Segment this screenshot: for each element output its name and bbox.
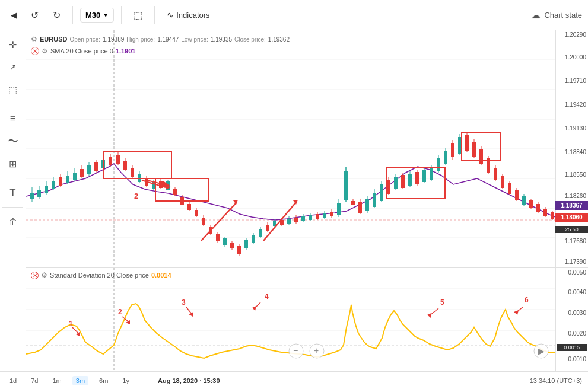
rect-tool[interactable]: ⬚ (4, 80, 23, 99)
bottom-bar: 1d 7d 1m 3m 6m 1y Aug 18, 2020 · 15:30 1… (0, 371, 588, 389)
sub-close-icon[interactable]: ✕ (31, 272, 39, 279)
svg-text:4: 4 (265, 292, 269, 301)
sub-gear-icon[interactable]: ⚙ (41, 271, 47, 279)
svg-text:2: 2 (118, 308, 122, 316)
svg-rect-82 (287, 219, 291, 224)
sma-gear-icon[interactable]: ⚙ (42, 47, 48, 55)
indicators-button[interactable]: ∿ Indicators (162, 8, 214, 22)
back-icon: ◀ (11, 11, 17, 20)
svg-rect-120 (422, 170, 426, 182)
line-tool[interactable]: ≡ (4, 109, 23, 128)
svg-rect-16 (52, 181, 55, 189)
svg-rect-154 (543, 209, 547, 216)
svg-rect-144 (508, 183, 511, 194)
svg-rect-146 (515, 190, 519, 200)
sub-chart-svg: 1 2 3 4 5 6 − + ▶ (26, 268, 555, 371)
period-7d[interactable]: 7d (27, 376, 42, 385)
price-1.20000: 1.20000 (555, 54, 588, 60)
svg-rect-12 (37, 190, 41, 197)
main-price-axis: 1.20290 1.20000 1.19710 1.19420 1.19130 … (555, 30, 588, 267)
close-value: 1.19362 (268, 36, 290, 43)
main-chart-svg (26, 30, 555, 267)
svg-marker-190 (514, 310, 519, 315)
price-tag-red: 1.18060 (555, 213, 588, 222)
period-1m[interactable]: 1m (49, 376, 65, 385)
sub-price-0.0050: 0.0050 (555, 269, 588, 276)
svg-rect-22 (73, 173, 77, 180)
svg-rect-58 (202, 218, 205, 225)
chart-type-icon: ⬚ (134, 9, 142, 21)
close-label: Close price: (234, 36, 266, 43)
grid-tool[interactable]: ⊞ (4, 154, 23, 173)
svg-rect-142 (501, 176, 504, 188)
svg-rect-118 (415, 172, 419, 184)
chevron-down-icon: ▼ (103, 12, 109, 18)
sub-indicator-label: ✕ ⚙ Standard Deviation 20 Close price 0.… (31, 271, 171, 279)
svg-rect-104 (365, 199, 369, 211)
arrow-tool[interactable]: ↗ (4, 58, 23, 76)
price-1.19420: 1.19420 (555, 101, 588, 108)
sidebar-divider3 (2, 207, 23, 208)
sub-price-0.0030: 0.0030 (555, 310, 588, 316)
crosshair-tool[interactable]: ✛ (4, 35, 23, 54)
sidebar-divider2 (2, 178, 23, 178)
svg-rect-114 (401, 175, 405, 188)
svg-rect-98 (344, 171, 348, 200)
svg-rect-112 (394, 177, 398, 189)
close-icon[interactable]: ✕ (31, 47, 39, 55)
svg-rect-106 (373, 193, 376, 207)
svg-rect-84 (294, 218, 298, 222)
forward-button[interactable]: ↻ (48, 7, 65, 23)
sub-current-price: 0.0015 (557, 344, 587, 351)
date-label: Aug 18, 2020 · 15:30 (158, 377, 220, 384)
text-tool[interactable]: T (4, 183, 23, 202)
svg-text:+: + (314, 346, 319, 355)
sidebar-divider1 (2, 104, 23, 104)
svg-marker-184 (252, 306, 256, 311)
svg-text:−: − (293, 346, 298, 355)
svg-rect-122 (430, 168, 433, 180)
period-3m[interactable]: 3m (72, 376, 88, 385)
wave-tool[interactable]: 〜 (4, 132, 23, 151)
svg-rect-124 (437, 158, 440, 171)
low-value: 1.19335 (211, 36, 232, 43)
svg-rect-54 (187, 204, 191, 210)
refresh-button[interactable]: ↺ (26, 7, 43, 23)
sma-value: 1.1901 (116, 47, 136, 55)
price-1.19130: 1.19130 (555, 125, 588, 132)
svg-rect-136 (479, 149, 483, 164)
back-button[interactable]: ◀ (6, 8, 21, 22)
gear-icon[interactable]: ⚙ (31, 35, 37, 43)
period-1d[interactable]: 1d (6, 376, 20, 385)
low-label: Low price: (181, 36, 208, 43)
svg-rect-50 (173, 189, 177, 195)
svg-rect-26 (87, 165, 91, 174)
svg-rect-74 (259, 229, 262, 237)
svg-rect-86 (301, 216, 305, 221)
svg-rect-102 (358, 202, 362, 213)
delete-tool[interactable]: 🗑 (4, 212, 23, 231)
svg-rect-34 (116, 155, 120, 164)
high-value: 1.19447 (157, 36, 179, 43)
svg-rect-88 (309, 215, 312, 220)
svg-rect-134 (472, 142, 476, 157)
period-6m[interactable]: 6m (96, 376, 112, 385)
sub-chart: ✕ ⚙ Standard Deviation 20 Close price 0.… (26, 267, 555, 371)
svg-text:6: 6 (525, 296, 529, 304)
main-chart: ⚙ EURUSD Open price: 1.19389 High price:… (26, 30, 555, 267)
chart-type-button[interactable]: ⬚ (129, 7, 147, 23)
period-1y[interactable]: 1y (119, 376, 133, 385)
symbol-label: ⚙ EURUSD Open price: 1.19389 High price:… (31, 35, 290, 43)
left-sidebar: ✛ ↗ ⬚ ≡ 〜 ⊞ T 🗑 (0, 30, 26, 371)
svg-rect-20 (66, 176, 69, 183)
chart-state-button[interactable]: ☁ Chart state (531, 9, 582, 21)
svg-marker-187 (427, 313, 431, 318)
svg-rect-72 (252, 235, 255, 243)
svg-text:5: 5 (440, 298, 444, 307)
svg-text:3: 3 (182, 298, 186, 307)
svg-rect-100 (351, 201, 355, 205)
svg-rect-152 (536, 204, 540, 212)
svg-rect-157 (103, 152, 171, 178)
timeframe-selector[interactable]: M30 ▼ (80, 8, 114, 23)
svg-rect-24 (80, 169, 84, 177)
